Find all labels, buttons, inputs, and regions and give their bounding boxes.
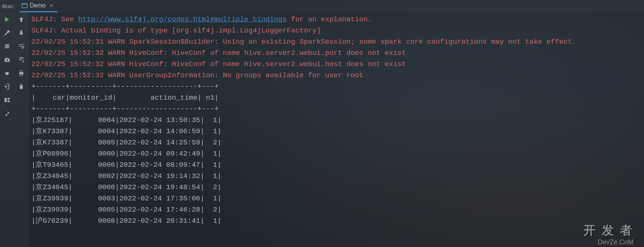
- log-line: SLF4J: See: [31, 15, 78, 24]
- run-icon[interactable]: [3, 15, 11, 24]
- svg-rect-12: [7, 98, 10, 100]
- run-tab-demo[interactable]: Demo ✕: [19, 0, 58, 12]
- wrench-icon[interactable]: [3, 29, 11, 37]
- table-row: |京Z39939| 0003|2022-02-24 17:35:06| 1|: [31, 194, 221, 203]
- svg-rect-0: [22, 3, 27, 8]
- log-link[interactable]: http://www.slf4j.org/codes.html#multiple…: [78, 15, 287, 24]
- log-line: 22/02/25 15:52:32 WARN UserGroupInformat…: [31, 71, 363, 79]
- svg-rect-11: [4, 98, 7, 102]
- table-row: |京Z34045| 0002|2022-02-24 19:14:32| 1|: [31, 172, 221, 180]
- table-row: |京K73387| 0005|2022-02-24 14:25:59| 2|: [31, 138, 221, 147]
- layout-icon[interactable]: [3, 96, 11, 104]
- print-icon[interactable]: [17, 69, 25, 77]
- left-toolbar-1: [0, 12, 14, 247]
- application-icon: [22, 3, 28, 9]
- watermark-subtext: DevZe.CoM: [598, 238, 634, 246]
- trash-icon[interactable]: [17, 82, 25, 91]
- exit-icon[interactable]: [3, 82, 11, 91]
- tab-label: Demo: [30, 2, 46, 9]
- svg-line-10: [8, 72, 9, 73]
- svg-rect-13: [7, 100, 10, 102]
- run-tool-window-header: Run: Demo ✕: [0, 0, 644, 12]
- soft-wrap-icon[interactable]: [17, 42, 25, 50]
- stop-icon[interactable]: [3, 42, 11, 50]
- log-line: 22/02/25 15:52:31 WARN SparkSession$Buil…: [31, 38, 576, 46]
- camera-icon[interactable]: [3, 56, 11, 64]
- log-line: 22/02/25 15:52:32 WARN HiveConf: HiveCon…: [31, 60, 406, 68]
- table-row: |京Z34045| 0000|2022-02-24 19:48:54| 2|: [31, 183, 221, 191]
- left-toolbar-2: [14, 12, 28, 247]
- table-row: |京P08996| 0000|2022-02-24 09:42:49| 1|: [31, 150, 221, 158]
- arrow-up-icon[interactable]: [17, 15, 25, 24]
- table-header: | car|monitor_id| action_time| n1|: [31, 94, 219, 102]
- console-output[interactable]: SLF4J: See http://www.slf4j.org/codes.ht…: [28, 12, 644, 247]
- log-line: SLF4J: Actual binding is of type [org.sl…: [31, 26, 321, 35]
- log-line: for an explanation.: [287, 15, 372, 24]
- table-row: |京K73387| 0004|2022-02-24 14:06:59| 1|: [31, 127, 221, 135]
- table-row: |京Z39939| 0005|2022-02-24 17:46:28| 2|: [31, 206, 221, 214]
- svg-point-6: [6, 72, 9, 75]
- watermark-text: 开 发 者: [584, 222, 634, 239]
- run-tool-window-body: SLF4J: See http://www.slf4j.org/codes.ht…: [0, 12, 644, 247]
- arrow-down-icon[interactable]: [17, 29, 25, 37]
- svg-point-4: [6, 59, 8, 61]
- table-border: +-------+----------+-------------------+…: [31, 82, 219, 91]
- table-row: |京T93465| 0006|2022-02-24 08:09:47| 1|: [31, 161, 221, 169]
- table-row: |沪G76239| 0008|2022-02-24 20:31:41| 1|: [31, 217, 221, 225]
- pin-icon[interactable]: [3, 109, 11, 118]
- log-line: 22/02/25 15:52:32 WARN HiveConf: HiveCon…: [31, 49, 406, 57]
- run-label: Run:: [2, 3, 14, 9]
- svg-rect-15: [20, 71, 22, 72]
- table-border: +-------+----------+-------------------+…: [31, 105, 219, 113]
- table-row: |京J25187| 0004|2022-02-24 13:50:35| 1|: [31, 116, 221, 124]
- bug-icon[interactable]: [3, 69, 11, 77]
- scroll-to-end-icon[interactable]: [17, 56, 25, 64]
- close-icon[interactable]: ✕: [49, 3, 54, 9]
- svg-rect-5: [6, 57, 8, 58]
- svg-rect-2: [5, 44, 9, 48]
- svg-line-9: [5, 72, 6, 73]
